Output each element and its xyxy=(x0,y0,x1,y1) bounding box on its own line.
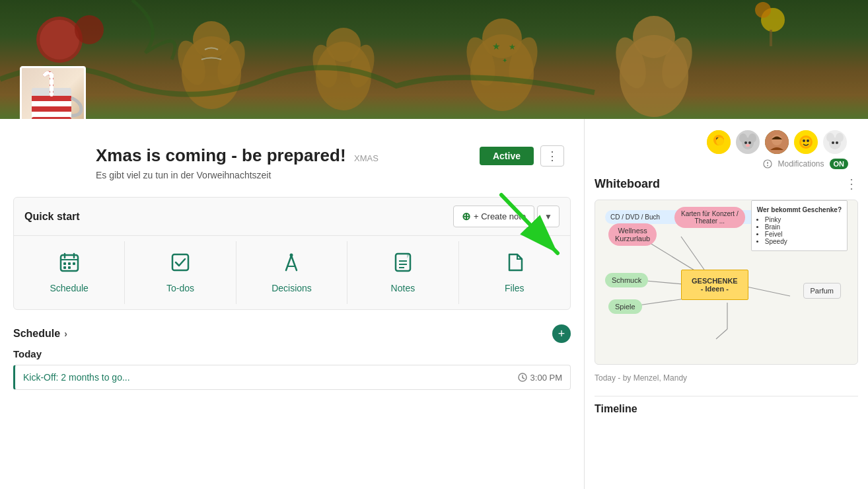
schedule-chevron: › xyxy=(64,328,67,339)
left-panel: Xmas is coming - be prepared! XMAS Es gi… xyxy=(0,119,584,489)
action-files[interactable]: Files xyxy=(459,241,570,304)
action-schedule[interactable]: Schedule xyxy=(14,241,125,304)
svg-rect-42 xyxy=(172,254,188,270)
files-label: Files xyxy=(505,283,524,293)
quick-actions-grid: Schedule To-dos xyxy=(14,236,570,309)
svg-rect-25 xyxy=(0,0,868,119)
today-label: Today xyxy=(13,348,571,359)
svg-point-62 xyxy=(748,141,751,144)
whiteboard-title: Whiteboard xyxy=(595,177,660,191)
wb-wer-item: Feivel xyxy=(765,231,842,238)
svg-line-51 xyxy=(523,378,524,379)
svg-rect-38 xyxy=(68,262,71,265)
banner-background: ★ ✦ ★ xyxy=(0,0,868,119)
svg-point-65 xyxy=(772,135,782,145)
member-avatar-4[interactable] xyxy=(793,129,819,155)
status-badge: Active xyxy=(480,147,534,165)
avatar-woman xyxy=(765,130,789,154)
title-section: Xmas is coming - be prepared! XMAS Es gi… xyxy=(0,119,584,190)
svg-line-81 xyxy=(681,237,704,270)
title-left: Xmas is coming - be prepared! XMAS Es gi… xyxy=(96,145,379,180)
whiteboard-more-button[interactable]: ⋮ xyxy=(845,176,858,192)
event-item[interactable]: Kick-Off: 2 months to go... 3:00 PM xyxy=(13,365,571,390)
banner-section: ★ ✦ ★ xyxy=(0,0,868,119)
profile-avatar xyxy=(20,66,86,119)
timeline-title: Timeline xyxy=(595,403,858,415)
action-todos[interactable]: To-dos xyxy=(125,241,236,304)
create-note-label: + Create note xyxy=(474,211,526,221)
svg-rect-28 xyxy=(32,96,71,101)
svg-rect-32 xyxy=(32,117,71,119)
svg-point-44 xyxy=(290,254,293,257)
modifications-row: Modifications ON xyxy=(595,159,858,176)
page-tag: XMAS xyxy=(354,153,379,163)
svg-rect-37 xyxy=(63,262,66,265)
wb-parfum-node: Parfum xyxy=(803,283,841,299)
todos-label: To-dos xyxy=(166,283,194,293)
svg-point-76 xyxy=(836,141,838,144)
schedule-title-link[interactable]: Schedule › xyxy=(13,328,67,340)
title-more-button[interactable]: ⋮ xyxy=(540,145,564,167)
wb-wer-item: Speedy xyxy=(765,238,842,245)
profile-avatar-section xyxy=(20,66,86,119)
create-note-icon: ⊕ xyxy=(462,210,470,223)
wb-geschenke-node: GESCHENKE- Ideen - xyxy=(681,270,748,300)
member-avatar-5[interactable] xyxy=(822,129,848,155)
quick-start-header: Quick start ⊕ + Create note ▼ xyxy=(14,198,570,236)
member-avatar-3[interactable] xyxy=(764,129,790,155)
svg-rect-40 xyxy=(63,266,66,269)
page-title: Xmas is coming - be prepared! xyxy=(96,145,346,165)
svg-rect-29 xyxy=(32,101,71,106)
decisions-label: Decisions xyxy=(271,283,312,293)
modifications-icon xyxy=(763,159,772,169)
svg-point-69 xyxy=(803,139,805,142)
svg-point-61 xyxy=(744,141,747,144)
todos-icon xyxy=(170,252,191,278)
schedule-label: Schedule xyxy=(50,283,89,293)
banner-decoration: ★ ✦ ★ xyxy=(0,0,868,119)
wb-wellness-node: WellnessKurzurlaub xyxy=(608,223,657,246)
svg-line-86 xyxy=(716,329,727,339)
wb-schmuck-node: Schmuck xyxy=(605,273,648,287)
member-avatar-2[interactable] xyxy=(735,129,761,155)
action-notes[interactable]: Notes xyxy=(347,241,458,304)
svg-point-79 xyxy=(767,165,768,167)
wb-wer-item: Pinky xyxy=(765,216,842,223)
clock-icon xyxy=(518,373,527,382)
decisions-icon xyxy=(281,252,302,278)
whiteboard-canvas[interactable]: WellnessKurzurlaub Karten für Konzert /T… xyxy=(595,200,858,365)
svg-rect-41 xyxy=(68,266,71,269)
right-panel: Modifications ON Whiteboard ⋮ xyxy=(584,119,868,489)
schedule-section: Schedule › + Today Kick-Off: 2 months to… xyxy=(13,317,571,390)
whiteboard-header: Whiteboard ⋮ xyxy=(595,176,858,192)
svg-point-75 xyxy=(832,141,834,144)
svg-point-74 xyxy=(836,133,844,142)
whiteboard-footer: Today - by Menzel, Mandy xyxy=(595,370,858,386)
notes-label: Notes xyxy=(391,283,416,293)
member-avatar-1[interactable] xyxy=(705,129,732,155)
svg-point-59 xyxy=(739,133,747,143)
quick-start-panel: Quick start ⊕ + Create note ▼ xyxy=(13,197,571,310)
wb-wer-item: Brain xyxy=(765,223,842,231)
schedule-add-button[interactable]: + xyxy=(552,324,571,343)
create-note-dropdown[interactable]: ▼ xyxy=(537,206,560,227)
avatar-star xyxy=(794,130,818,154)
wb-karten-node: Karten für Konzert /Theater ... xyxy=(674,207,745,228)
svg-line-84 xyxy=(744,286,790,296)
avatar-bird xyxy=(707,130,731,154)
avatar-image xyxy=(22,68,84,119)
schedule-title-text: Schedule xyxy=(13,328,60,340)
action-decisions[interactable]: Decisions xyxy=(236,241,347,304)
create-note-button[interactable]: ⊕ + Create note xyxy=(453,206,534,227)
wb-spiele-node: Spiele xyxy=(608,299,642,314)
svg-point-73 xyxy=(826,133,834,142)
event-title: Kick-Off: 2 months to go... xyxy=(23,372,130,383)
svg-point-60 xyxy=(748,133,756,143)
wb-wer-list: Pinky Brain Feivel Speedy xyxy=(757,216,842,245)
modifications-label: Modifications xyxy=(778,159,824,169)
svg-rect-39 xyxy=(73,262,75,265)
svg-point-63 xyxy=(746,144,750,147)
main-content: Xmas is coming - be prepared! XMAS Es gi… xyxy=(0,119,868,489)
modifications-toggle[interactable]: ON xyxy=(830,159,849,169)
svg-point-56 xyxy=(716,137,724,145)
